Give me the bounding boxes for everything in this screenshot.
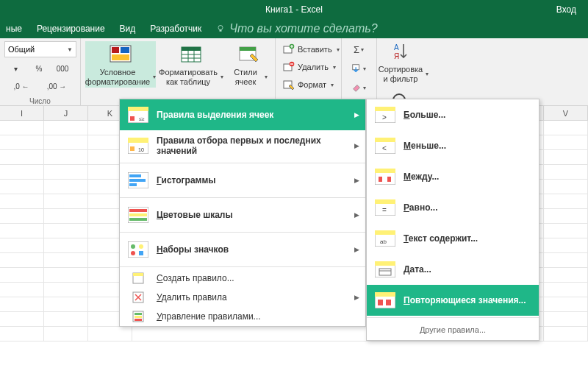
svg-text:ab: ab xyxy=(380,238,387,245)
menu-new-rule[interactable]: Создать правило... xyxy=(120,269,365,288)
chevron-down-icon: ▼ xyxy=(67,46,73,53)
new-rule-icon xyxy=(132,272,144,284)
menu-clear-rules[interactable]: Удалить правила ▶ xyxy=(120,288,365,307)
col-V[interactable]: V xyxy=(544,106,588,120)
duplicate-values-icon xyxy=(375,292,395,308)
svg-rect-73 xyxy=(375,292,395,297)
submenu-less-than[interactable]: < Меньше... xyxy=(367,130,539,161)
accounting-format-button[interactable]: ▾ xyxy=(4,60,26,77)
svg-rect-60 xyxy=(379,177,382,182)
comma-style-button[interactable]: 000 xyxy=(51,60,74,77)
percent-button[interactable]: % xyxy=(28,60,50,77)
submenu-date-occurring[interactable]: Дата... xyxy=(367,254,539,285)
svg-rect-35 xyxy=(129,183,137,186)
col-I[interactable]: I xyxy=(0,106,44,120)
submenu-duplicate-values[interactable]: Повторяющиеся значения... xyxy=(367,285,539,316)
eraser-icon xyxy=(351,82,362,93)
svg-rect-30 xyxy=(130,146,135,151)
svg-point-43 xyxy=(131,251,135,255)
insert-icon xyxy=(283,43,295,55)
group-editing-mini: Σ▾ ▾ ▾ xyxy=(342,38,377,105)
ribbon: Общий ▼ ▾ % 000 ,0 ← ,00 → Число Условно… xyxy=(0,38,588,106)
equal-to-icon: = xyxy=(375,199,395,216)
svg-rect-3 xyxy=(112,47,119,53)
login-link[interactable]: Вход xyxy=(556,4,576,15)
submenu-text-contains[interactable]: ab Текст содержит... xyxy=(367,223,539,254)
svg-rect-13 xyxy=(240,47,256,51)
format-as-table-button[interactable]: Форматировать как таблицу▾ xyxy=(156,41,226,88)
format-cells-button[interactable]: Формат▾ xyxy=(280,77,337,93)
svg-rect-63 xyxy=(375,199,395,204)
tell-me-search[interactable]: Что вы хотите сделать? xyxy=(216,22,377,35)
svg-rect-5 xyxy=(112,54,129,60)
app-title: Книга1 - Excel xyxy=(265,4,323,15)
autosum-button[interactable]: Σ▾ xyxy=(346,41,371,57)
svg-rect-39 xyxy=(129,218,147,221)
sort-filter-button[interactable]: АЯ Сортировка и фильтр▾ xyxy=(377,38,430,85)
svg-text:≤≥: ≤≥ xyxy=(139,116,145,121)
clear-button[interactable]: ▾ xyxy=(346,79,371,96)
menu-icon-sets[interactable]: Наборы значков ▶ xyxy=(120,234,365,265)
ribbon-tabs: ные Рецензирование Вид Разработчик Что в… xyxy=(0,19,588,38)
date-icon xyxy=(375,261,395,277)
col-J[interactable]: J xyxy=(44,106,88,120)
chevron-right-icon: ▶ xyxy=(354,111,359,118)
text-contains-icon: ab xyxy=(375,230,395,247)
svg-rect-46 xyxy=(133,273,143,276)
tab-review[interactable]: Рецензирование xyxy=(37,24,105,34)
svg-rect-75 xyxy=(386,300,391,305)
top-bottom-icon: 10 xyxy=(128,138,148,154)
menu-top-bottom-rules[interactable]: 10 Правила отбора первых и последних зна… xyxy=(120,130,365,161)
svg-rect-4 xyxy=(121,47,129,53)
group-styles: Условное форматирование▾ Форматировать к… xyxy=(81,38,276,105)
svg-rect-37 xyxy=(129,209,147,212)
svg-text:А: А xyxy=(394,43,399,52)
chevron-right-icon: ▶ xyxy=(354,294,359,301)
svg-text:>: > xyxy=(382,113,387,121)
highlight-cells-submenu: > Больше... < Меньше... Между... = Равно… xyxy=(366,99,539,341)
chevron-right-icon: ▶ xyxy=(354,177,359,184)
number-format-select[interactable]: Общий ▼ xyxy=(4,41,76,57)
conditional-formatting-button[interactable]: Условное форматирование▾ xyxy=(85,41,156,88)
menu-color-scales[interactable]: Цветовые шкалы ▶ xyxy=(120,199,365,230)
menu-data-bars[interactable]: Гистограммы ▶ xyxy=(120,165,365,196)
tab-view[interactable]: Вид xyxy=(120,24,136,34)
submenu-greater-than[interactable]: > Больше... xyxy=(367,99,539,130)
sort-filter-icon: АЯ xyxy=(392,40,415,63)
svg-rect-7 xyxy=(182,47,201,51)
insert-cells-button[interactable]: Вставить▾ xyxy=(280,41,343,57)
group-editing: АЯ Сортировка и фильтр▾ Найти и выделить… xyxy=(377,38,480,105)
svg-rect-1 xyxy=(220,30,222,32)
cell-styles-button[interactable]: Стили ячеек▾ xyxy=(226,41,270,88)
svg-rect-56 xyxy=(375,138,395,142)
delete-cells-button[interactable]: Удалить▾ xyxy=(280,59,339,75)
menu-manage-rules[interactable]: Управление правилами... xyxy=(120,307,365,326)
svg-rect-53 xyxy=(375,107,395,111)
svg-rect-59 xyxy=(375,169,395,173)
decrease-decimal-button[interactable]: ,00 → xyxy=(40,78,74,94)
tab-data[interactable]: ные xyxy=(6,24,22,34)
format-icon xyxy=(283,79,295,91)
tab-developer[interactable]: Разработчик xyxy=(150,24,201,34)
menu-highlight-rules[interactable]: ≤≥ Правила выделения ячеек ▶ xyxy=(120,99,365,130)
icon-sets-icon xyxy=(128,241,148,258)
svg-rect-74 xyxy=(378,300,383,305)
group-number: Общий ▼ ▾ % 000 ,0 ← ,00 → Число xyxy=(0,38,81,105)
between-icon xyxy=(375,169,395,185)
svg-rect-50 xyxy=(135,316,142,318)
svg-text:Я: Я xyxy=(394,52,399,60)
fill-button[interactable]: ▾ xyxy=(346,60,371,77)
submenu-between[interactable]: Между... xyxy=(367,161,539,192)
svg-text:<: < xyxy=(382,144,387,152)
svg-rect-49 xyxy=(135,313,142,315)
submenu-equal-to[interactable]: = Равно... xyxy=(367,192,539,223)
svg-text:10: 10 xyxy=(138,147,144,152)
submenu-more-rules[interactable]: Другие правила... xyxy=(367,319,539,340)
format-table-icon xyxy=(179,43,203,66)
svg-rect-66 xyxy=(375,230,395,235)
svg-rect-33 xyxy=(129,174,141,177)
increase-decimal-button[interactable]: ,0 ← xyxy=(4,78,38,94)
chevron-right-icon: ▶ xyxy=(354,246,359,253)
cond-format-icon xyxy=(109,43,132,66)
svg-point-0 xyxy=(218,26,223,30)
